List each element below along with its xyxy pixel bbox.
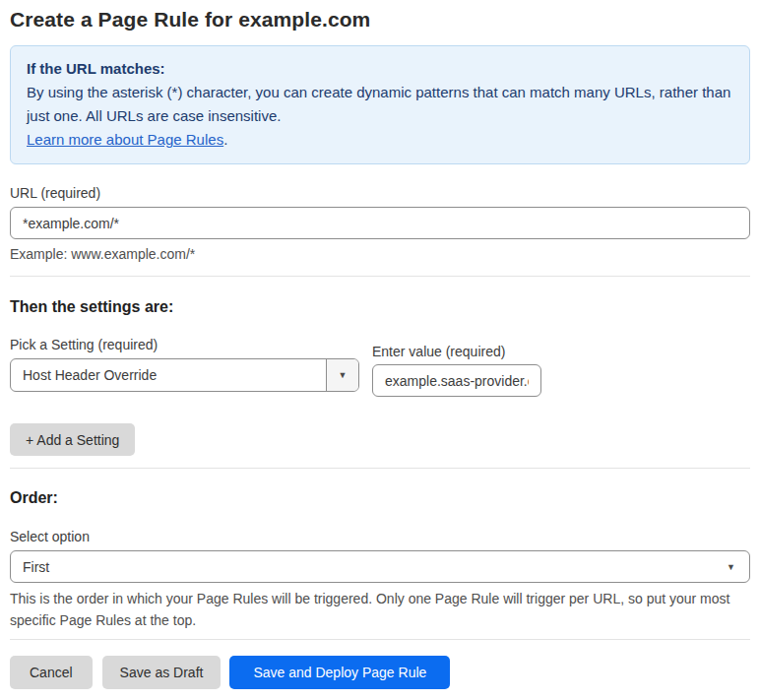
link-period: . xyxy=(223,131,227,148)
page-title: Create a Page Rule for example.com xyxy=(10,8,750,32)
url-match-info-box: If the URL matches: By using the asteris… xyxy=(10,45,750,164)
info-box-heading: If the URL matches: xyxy=(27,57,733,81)
divider xyxy=(10,639,750,640)
order-help-text: This is the order in which your Page Rul… xyxy=(10,588,738,631)
add-setting-button[interactable]: + Add a Setting xyxy=(10,423,135,456)
setting-value-column: Enter value (required) xyxy=(372,337,541,397)
settings-row: Pick a Setting (required) Host Header Ov… xyxy=(10,337,750,397)
settings-section-heading: Then the settings are: xyxy=(10,298,750,316)
chevron-down-icon: ▼ xyxy=(727,562,735,571)
cancel-button[interactable]: Cancel xyxy=(10,656,93,689)
footer-actions: Cancel Save as Draft Save and Deploy Pag… xyxy=(10,656,750,689)
setting-select-label: Pick a Setting (required) xyxy=(10,337,359,352)
setting-select-value: Host Header Override xyxy=(11,367,326,383)
url-input[interactable] xyxy=(10,207,750,239)
order-select-label: Select option xyxy=(10,529,750,544)
setting-value-input[interactable] xyxy=(372,364,541,397)
divider xyxy=(10,276,750,277)
save-and-deploy-button[interactable]: Save and Deploy Page Rule xyxy=(229,656,450,689)
setting-value-label: Enter value (required) xyxy=(372,344,541,359)
chevron-down-icon: ▼ xyxy=(339,371,348,380)
save-as-draft-button[interactable]: Save as Draft xyxy=(102,656,222,689)
order-select[interactable]: First ▼ xyxy=(10,550,750,583)
info-box-body: By using the asterisk (*) character, you… xyxy=(27,81,733,128)
setting-select[interactable]: Host Header Override ▼ xyxy=(10,358,359,392)
learn-more-link[interactable]: Learn more about Page Rules xyxy=(27,131,223,148)
setting-select-arrow-button[interactable]: ▼ xyxy=(326,359,358,391)
order-select-value: First xyxy=(11,559,749,575)
url-field-label: URL (required) xyxy=(10,185,750,201)
create-page-rule-form: Create a Page Rule for example.com If th… xyxy=(0,0,760,689)
info-box-link-line: Learn more about Page Rules. xyxy=(27,128,733,152)
order-section-heading: Order: xyxy=(10,489,750,507)
divider xyxy=(10,468,750,469)
setting-select-column: Pick a Setting (required) Host Header Ov… xyxy=(10,337,359,392)
url-example-text: Example: www.example.com/* xyxy=(10,246,750,262)
